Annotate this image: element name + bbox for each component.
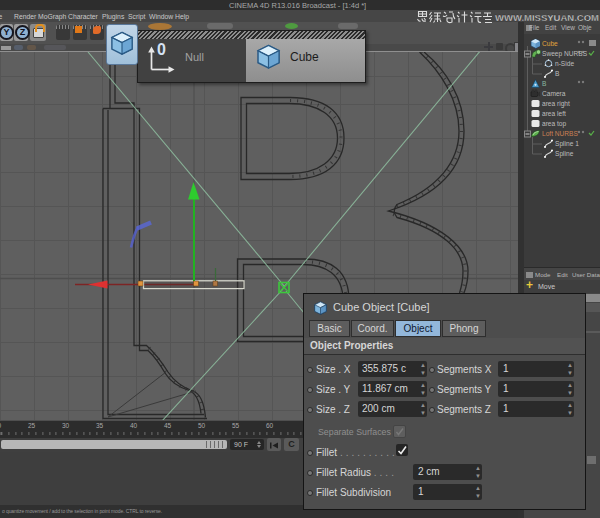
svg-text:WWW.MISSYUAN.COM: WWW.MISSYUAN.COM xyxy=(495,12,599,23)
